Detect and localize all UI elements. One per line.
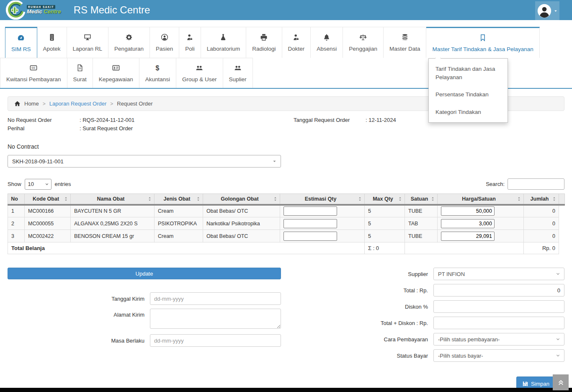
update-button[interactable]: Update xyxy=(8,268,281,279)
col-header-jenis-obat[interactable]: Jenis Obat xyxy=(155,194,203,205)
breadcrumb-laporan-request-order[interactable]: Laporan Request Order xyxy=(49,101,107,107)
cara-pembayaran-label: Cara Pembayaran xyxy=(286,336,428,343)
alamat-kirim-textarea[interactable] xyxy=(150,309,281,329)
col-header-kode-obat[interactable]: Kode Obat xyxy=(25,194,71,205)
database-icon xyxy=(401,34,409,41)
table-footer-row: Total Belanja Σ : 0 Rp. 0 xyxy=(8,242,565,254)
print-icon xyxy=(260,34,268,41)
col-header-max-qty[interactable]: Max Qty xyxy=(365,194,405,205)
nav-tab-apotek[interactable]: Apotek xyxy=(37,27,67,58)
nav-tab-radiologi[interactable]: Radiologi xyxy=(246,27,282,58)
users-icon xyxy=(234,64,242,72)
total-rp-input[interactable] xyxy=(433,284,564,297)
nav-tab-absensi[interactable]: Absensi xyxy=(311,27,343,58)
nav-tab-sim-rs[interactable]: SIM RS xyxy=(5,27,37,58)
col-header-satuan[interactable]: Satuan xyxy=(405,194,438,205)
dropdown-item-kategori-tindakan[interactable]: Kategori Tindakan xyxy=(429,103,508,121)
scroll-to-top-button[interactable] xyxy=(553,374,569,390)
total-diskon-input[interactable] xyxy=(433,317,564,329)
nav-tab-kepegawaian[interactable]: Kepegawaian xyxy=(93,58,139,88)
nav-tab-master-data[interactable]: Master Data xyxy=(384,27,427,58)
nav-tab-label: Penggajian xyxy=(349,46,377,52)
chevron-down-icon xyxy=(556,272,560,276)
no-contract-select[interactable]: SKH-2018-09-11-001 xyxy=(8,155,281,168)
no-contract-selected-value: SKH-2018-09-11-001 xyxy=(12,158,64,165)
simpan-label: Simpan xyxy=(531,381,549,387)
nav-tab-poli[interactable]: Poli xyxy=(179,27,201,58)
top-header: RUMAH SAKIT Medic Centre RS Medic Centre xyxy=(0,0,572,20)
breadcrumb-separator: > xyxy=(43,101,46,107)
dropdown-item-tarif-tindakan-dan-jasa-pelayanan[interactable]: Tarif Tindakan dan Jasa Pelayanan xyxy=(429,60,508,86)
search-input[interactable] xyxy=(508,178,564,190)
nav-tab-label: Pasien xyxy=(156,46,173,52)
form-row: Tanggal Kirim xyxy=(8,292,281,305)
save-row: Simpan xyxy=(8,366,564,391)
nama-obat-cell: BENOSON CREAM 15 gr xyxy=(71,230,155,242)
order-info-right: Tanggal Request Order : 12-11-2024 xyxy=(294,117,396,132)
jenis-obat-cell: Cream xyxy=(155,230,203,242)
nav-tab-penggajian[interactable]: Penggajian xyxy=(343,27,384,58)
estimasi-qty-cell xyxy=(280,205,365,217)
table-gutter-header xyxy=(559,194,565,205)
page-size-select[interactable]: 10 xyxy=(25,179,52,190)
nav-tab-suplier[interactable]: Suplier xyxy=(223,58,253,88)
cara-pembayaran-select[interactable]: -Pilih status pembayaran- xyxy=(433,333,564,346)
nav-tab-akuntansi[interactable]: $Akuntansi xyxy=(139,58,176,88)
nav-tab-laporan-rl[interactable]: Laporan RL xyxy=(67,27,109,58)
right-form: Supplier PT INFION Total : Rp. Diskon % … xyxy=(286,268,564,366)
nav-tab-label: Kepegawaian xyxy=(99,76,133,83)
supplier-select[interactable]: PT INFION xyxy=(433,268,564,280)
no-contract-label: No Contract xyxy=(8,143,564,150)
nav-tab-pengaturan[interactable]: Pengaturan xyxy=(108,27,150,58)
jumlah-cell: 0 xyxy=(524,217,559,230)
sum-qty-value: Σ : 0 xyxy=(365,242,405,254)
users-icon xyxy=(196,64,203,72)
diskon-input[interactable] xyxy=(433,300,564,313)
col-header-harga-satuan[interactable]: Harga/Satuan xyxy=(438,194,524,205)
col-header-nama-obat[interactable]: Nama Obat xyxy=(71,194,155,205)
dropdown-item-persentase-tindakan[interactable]: Persentase Tindakan xyxy=(429,86,508,103)
no-cell: 1 xyxy=(8,205,25,217)
table-gutter xyxy=(559,242,565,254)
nav-tab-kwitansi-pembayaran[interactable]: CCKwitansi Pembayaran xyxy=(0,58,67,88)
order-info-row: Perihal : Surat Request Order xyxy=(8,125,294,132)
tanggal-kirim-input[interactable] xyxy=(150,292,281,305)
masa-berlaku-label: Masa Berlaku xyxy=(8,338,144,344)
gear-icon xyxy=(125,34,133,41)
nav-tab-laboratorium[interactable]: Laboratorium xyxy=(201,27,247,58)
estimasi-qty-input[interactable] xyxy=(283,206,337,216)
total-diskon-label: Total + Diskon : Rp. xyxy=(286,320,428,326)
tanggal-kirim-label: Tanggal Kirim xyxy=(8,296,144,302)
nav-tab-label: Absensi xyxy=(317,46,337,52)
nav-tab-label: Suplier xyxy=(229,76,247,83)
file-icon xyxy=(76,64,84,72)
estimasi-qty-input[interactable] xyxy=(283,219,337,228)
tanggal-request-order-label: Tanggal Request Order xyxy=(294,117,366,123)
harga-satuan-cell xyxy=(438,217,524,230)
col-header-golongan-obat[interactable]: Golongan Obat xyxy=(203,194,280,205)
col-header-jumlah[interactable]: Jumlah xyxy=(524,194,559,205)
hospital-logo: RUMAH SAKIT Medic Centre xyxy=(6,0,61,20)
cc-icon: CC xyxy=(30,64,37,72)
nav-tab-master-tarif-tindakan-jasa-pelayanan[interactable]: Master Tarif Tindakan & Jasa Pelayanan xyxy=(426,27,539,58)
nav-tab-pasien[interactable]: Pasien xyxy=(150,27,179,58)
harga-satuan-input[interactable] xyxy=(441,206,495,216)
col-header-estimasi-qty[interactable]: Estimasi Qty xyxy=(280,194,365,205)
status-bayar-select[interactable]: -Pilih status bayar- xyxy=(433,349,564,362)
form-row: Masa Berlaku xyxy=(8,334,281,347)
harga-satuan-input[interactable] xyxy=(441,219,495,228)
nav-tab-dokter[interactable]: Dokter xyxy=(282,27,311,58)
save-icon xyxy=(522,381,528,387)
estimasi-qty-input[interactable] xyxy=(283,232,337,241)
breadcrumb-home[interactable]: Home xyxy=(24,101,39,107)
harga-satuan-input[interactable] xyxy=(441,232,495,241)
masa-berlaku-input[interactable] xyxy=(150,334,281,347)
nav-tab-group-user[interactable]: Group & User xyxy=(176,58,223,88)
chevron-down-icon xyxy=(556,353,560,358)
chevron-down-icon xyxy=(556,337,560,342)
golongan-obat-cell: Obat Bebas/ OTC xyxy=(203,205,280,217)
svg-text:CC: CC xyxy=(32,66,36,69)
user-menu-button[interactable] xyxy=(535,1,559,20)
nav-tab-label: Kwitansi Pembayaran xyxy=(6,76,61,83)
nav-tab-surat[interactable]: Surat xyxy=(67,58,93,88)
